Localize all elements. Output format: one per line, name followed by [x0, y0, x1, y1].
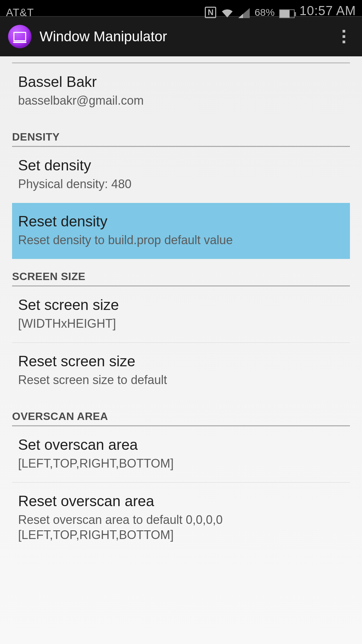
app-icon [8, 25, 32, 48]
app-title: Window Manipulator [40, 29, 326, 45]
set-screen-size-summary: [WIDTHxHEIGHT] [18, 316, 344, 331]
cell-signal-icon [238, 8, 250, 18]
set-overscan-title: Set overscan area [18, 436, 344, 453]
reset-screen-size-item[interactable]: Reset screen size Reset screen size to d… [12, 343, 350, 399]
set-overscan-summary: [LEFT,TOP,RIGHT,BOTTOM] [18, 456, 344, 471]
section-header-overscan: OVERSCAN AREA [12, 401, 350, 426]
status-right: 68% 10:57 AM [205, 2, 356, 18]
reset-overscan-title: Reset overscan area [18, 493, 344, 509]
set-screen-size-title: Set screen size [18, 297, 344, 313]
reset-overscan-item[interactable]: Reset overscan area Reset overscan area … [12, 483, 350, 554]
set-screen-size-item[interactable]: Set screen size [WIDTHxHEIGHT] [12, 286, 350, 342]
profile-item[interactable]: Bassel Bakr basselbakr@gmail.com [12, 63, 350, 119]
reset-density-title: Reset density [18, 213, 344, 230]
profile-name: Bassel Bakr [18, 73, 344, 90]
status-bar: AT&T 68% 10:57 AM [0, 0, 362, 16]
reset-screen-size-summary: Reset screen size to default [18, 372, 344, 387]
reset-screen-size-title: Reset screen size [18, 353, 344, 370]
wifi-icon [221, 8, 234, 18]
section-header-density: DENSITY [12, 121, 350, 147]
battery-percent: 68% [254, 7, 275, 18]
overflow-menu-button[interactable] [334, 26, 354, 47]
battery-icon [279, 9, 295, 18]
reset-overscan-summary: Reset overscan area to default 0,0,0,0 [… [18, 512, 344, 542]
settings-list: Bassel Bakr basselbakr@gmail.com DENSITY… [0, 62, 362, 554]
section-header-screen-size: SCREEN SIZE [12, 261, 350, 286]
set-density-summary: Physical density: 480 [18, 176, 344, 192]
nfc-icon [205, 7, 216, 18]
set-density-item[interactable]: Set density Physical density: 480 [12, 147, 350, 203]
profile-email: basselbakr@gmail.com [18, 93, 344, 108]
reset-density-item[interactable]: Reset density Reset density to build.pro… [12, 203, 350, 259]
set-overscan-item[interactable]: Set overscan area [LEFT,TOP,RIGHT,BOTTOM… [12, 426, 350, 482]
status-left: AT&T [6, 0, 34, 16]
reset-density-summary: Reset density to build.prop default valu… [18, 232, 344, 248]
set-density-title: Set density [18, 157, 344, 174]
action-bar: Window Manipulator [0, 16, 362, 56]
status-clock: 10:57 AM [299, 4, 356, 18]
carrier-label: AT&T [6, 6, 34, 19]
